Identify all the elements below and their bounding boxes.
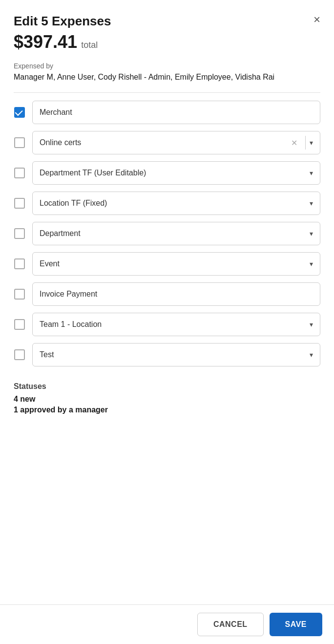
- checkbox-location-tf[interactable]: [14, 198, 25, 209]
- input-invoice-payment-text: Invoice Payment: [40, 290, 97, 299]
- input-invoice-payment[interactable]: Invoice Payment: [32, 282, 320, 306]
- select-event[interactable]: Event ▾: [32, 252, 320, 276]
- select-department-tf[interactable]: Department TF (User Editable) ▾: [32, 161, 320, 185]
- chevron-down-icon-7: ▾: [310, 351, 313, 359]
- field-row-merchant: [14, 101, 320, 124]
- modal-title: Edit 5 Expenses: [14, 14, 320, 29]
- checkbox-wrapper-department[interactable]: [14, 228, 25, 239]
- field-row-department: Department ▾: [14, 222, 320, 245]
- chevron-down-icon: ▾: [310, 139, 313, 147]
- expensed-by-names: Manager M, Anne User, Cody Rishell - Adm…: [14, 72, 320, 83]
- checkbox-invoice-payment[interactable]: [14, 289, 25, 300]
- chevron-down-icon-2: ▾: [310, 169, 313, 177]
- status-item-new: 4 new: [14, 395, 320, 404]
- footer: CANCEL SAVE: [0, 604, 334, 644]
- status-item-approved: 1 approved by a manager: [14, 406, 320, 414]
- select-online-certs[interactable]: Online certs ✕ ▾: [32, 131, 320, 154]
- field-row-invoice-payment: Invoice Payment: [14, 282, 320, 306]
- checkbox-wrapper-department-tf[interactable]: [14, 167, 25, 179]
- modal-container: Edit 5 Expenses $397.41 total × Expensed…: [0, 0, 334, 644]
- field-row-department-tf: Department TF (User Editable) ▾: [14, 161, 320, 185]
- select-event-text: Event: [40, 259, 310, 268]
- select-department-tf-text: Department TF (User Editable): [40, 169, 310, 177]
- checkbox-wrapper-location-tf[interactable]: [14, 197, 25, 209]
- field-row-online-certs: Online certs ✕ ▾: [14, 131, 320, 154]
- field-row-team-location: Team 1 - Location ▾: [14, 313, 320, 336]
- checkbox-online-certs[interactable]: [14, 137, 25, 148]
- select-online-certs-text: Online certs: [40, 138, 291, 147]
- save-button[interactable]: SAVE: [270, 613, 322, 636]
- statuses-section: Statuses 4 new 1 approved by a manager: [0, 374, 334, 428]
- checkbox-wrapper-event[interactable]: [14, 258, 25, 270]
- modal-amount: $397.41: [14, 32, 77, 52]
- checkbox-department-tf[interactable]: [14, 168, 25, 178]
- checkbox-wrapper-merchant[interactable]: [14, 107, 25, 118]
- checkbox-event[interactable]: [14, 258, 25, 269]
- checkbox-test[interactable]: [14, 349, 25, 360]
- chevron-down-icon-5: ▾: [310, 260, 313, 268]
- field-row-test: Test ▾: [14, 343, 320, 366]
- select-divider: [305, 136, 306, 150]
- cancel-button[interactable]: CANCEL: [197, 613, 264, 636]
- field-row-location-tf: Location TF (Fixed) ▾: [14, 192, 320, 215]
- select-test-text: Test: [40, 350, 310, 359]
- checkbox-wrapper-invoice-payment[interactable]: [14, 288, 25, 300]
- select-location-tf[interactable]: Location TF (Fixed) ▾: [32, 192, 320, 215]
- expensed-by-section: Expensed by Manager M, Anne User, Cody R…: [0, 62, 334, 92]
- select-team-location-text: Team 1 - Location: [40, 320, 310, 329]
- chevron-down-icon-6: ▾: [310, 321, 313, 328]
- fields-section: Online certs ✕ ▾ Department TF (User Edi…: [0, 93, 334, 374]
- close-button[interactable]: ×: [312, 12, 322, 27]
- select-online-certs-clear-icon[interactable]: ✕: [291, 138, 297, 148]
- checkbox-team-location[interactable]: [14, 319, 25, 330]
- checkbox-wrapper-online-certs[interactable]: [14, 137, 25, 149]
- chevron-down-icon-3: ▾: [310, 199, 313, 207]
- chevron-down-icon-4: ▾: [310, 230, 313, 237]
- modal-header: Edit 5 Expenses $397.41 total ×: [0, 0, 334, 62]
- field-row-event: Event ▾: [14, 252, 320, 276]
- modal-total: $397.41 total: [14, 32, 320, 52]
- spacer: [0, 428, 334, 604]
- expensed-by-label: Expensed by: [14, 62, 320, 70]
- statuses-title: Statuses: [14, 382, 320, 391]
- input-merchant[interactable]: [32, 101, 320, 124]
- checkbox-department[interactable]: [14, 228, 25, 239]
- modal-total-label: total: [81, 40, 98, 50]
- checkbox-merchant[interactable]: [14, 107, 25, 118]
- select-department-text: Department: [40, 229, 310, 238]
- select-team-location[interactable]: Team 1 - Location ▾: [32, 313, 320, 336]
- select-location-tf-text: Location TF (Fixed): [40, 199, 310, 208]
- select-test[interactable]: Test ▾: [32, 343, 320, 366]
- checkbox-wrapper-test[interactable]: [14, 349, 25, 361]
- checkbox-wrapper-team-location[interactable]: [14, 319, 25, 330]
- select-department[interactable]: Department ▾: [32, 222, 320, 245]
